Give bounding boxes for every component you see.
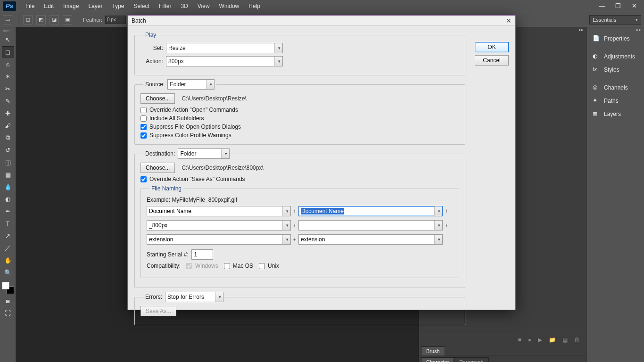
action-label: Action: <box>140 58 163 65</box>
color-swatch[interactable] <box>2 282 14 294</box>
panel-footer-icons: ■ ● ▶ 📁 ▤ 🗑 <box>419 334 586 345</box>
menu-view[interactable]: View <box>193 3 215 9</box>
window-restore-icon[interactable]: ❐ <box>612 2 624 10</box>
source-choose-button[interactable]: Choose... <box>140 93 175 104</box>
stop-icon[interactable]: ■ <box>518 337 521 343</box>
tool-blur[interactable]: 💧 <box>2 181 14 192</box>
naming-field-5[interactable]: extension▾ <box>147 234 291 245</box>
tool-history-brush[interactable]: ↺ <box>2 144 14 156</box>
record-icon[interactable]: ● <box>528 337 531 343</box>
panel-properties[interactable]: 📄 Properties <box>587 32 644 45</box>
tool-pen[interactable]: ✒ <box>2 206 14 217</box>
suppress-color-label: Suppress Color Profile Warnings <box>149 132 231 139</box>
adjustments-icon: ◐ <box>593 53 600 60</box>
tool-type[interactable]: T <box>2 218 14 229</box>
naming-field-1[interactable]: Document Name▾ <box>147 206 291 216</box>
tool-zoom[interactable]: 🔍 <box>2 267 14 278</box>
errors-label: Errors: <box>145 294 162 300</box>
destination-choose-button[interactable]: Choose... <box>140 163 175 173</box>
menu-file[interactable]: File <box>21 3 39 9</box>
feather-input[interactable]: 0 px <box>105 16 126 24</box>
menu-select[interactable]: Select <box>129 3 154 9</box>
tool-marquee[interactable]: ◻ <box>2 46 14 58</box>
override-save-checkbox[interactable]: Override Action "Save As" Commands <box>140 176 459 182</box>
intersect-selection-icon[interactable]: ▣ <box>63 15 72 25</box>
naming-field-6[interactable]: extension▾ <box>298 234 443 245</box>
set-label: Set: <box>140 45 163 51</box>
tool-hand[interactable]: ✋ <box>2 255 14 266</box>
menu-3d[interactable]: 3D <box>176 3 192 9</box>
dialog-close-icon[interactable]: ✕ <box>506 17 512 25</box>
tool-spot-heal[interactable]: ✚ <box>2 107 14 119</box>
tool-brush[interactable]: 🖌 <box>2 120 14 131</box>
new-icon[interactable]: ▤ <box>562 337 568 343</box>
ok-button[interactable]: OK <box>475 42 509 52</box>
panel-paths[interactable]: ✦ Paths <box>587 94 644 107</box>
subtract-selection-icon[interactable]: ◪ <box>50 15 59 25</box>
folder-icon[interactable]: 📁 <box>549 337 556 343</box>
destination-group: Destination: Folder▾ Choose... C:\Users\… <box>134 148 465 288</box>
action-dropdown[interactable]: 800px▾ <box>166 56 283 66</box>
tool-dodge[interactable]: ◐ <box>2 193 14 205</box>
tab-character[interactable]: Character <box>421 357 454 362</box>
window-close-icon[interactable]: ✕ <box>628 2 640 10</box>
menu-layer[interactable]: Layer <box>83 3 107 9</box>
destination-dropdown[interactable]: Folder▾ <box>178 148 230 159</box>
tool-screenmode[interactable]: ⛶ <box>2 307 14 319</box>
menu-filter[interactable]: Filter <box>154 3 176 9</box>
override-open-checkbox[interactable]: Override Action "Open" Commands <box>140 107 459 113</box>
add-selection-icon[interactable]: ◩ <box>36 15 46 25</box>
new-selection-icon[interactable]: ◻ <box>23 15 33 25</box>
panel-collapse-icon[interactable]: ▸▸ <box>587 27 644 32</box>
tool-move[interactable]: ↖ <box>2 34 14 45</box>
compat-unix-checkbox[interactable]: Unix <box>259 263 279 269</box>
naming-field-4[interactable]: ▾ <box>298 220 443 230</box>
tool-eraser[interactable]: ◫ <box>2 156 14 168</box>
menu-help[interactable]: Help <box>244 3 265 9</box>
source-dropdown[interactable]: Folder▾ <box>167 79 215 90</box>
trash-icon[interactable]: 🗑 <box>574 337 580 343</box>
tool-gradient[interactable]: ▤ <box>2 169 14 180</box>
tool-preset-icon[interactable]: ▭ <box>3 15 12 25</box>
menu-window[interactable]: Window <box>215 3 244 9</box>
naming-field-2[interactable]: Document Name▾ <box>298 206 443 216</box>
menu-edit[interactable]: Edit <box>39 3 58 9</box>
starting-serial-input[interactable] <box>191 249 213 260</box>
set-dropdown[interactable]: Resize▾ <box>166 43 283 53</box>
tool-lasso[interactable]: ⎌ <box>2 58 14 70</box>
cancel-button[interactable]: Cancel <box>475 55 509 66</box>
dialog-titlebar[interactable]: Batch ✕ <box>128 16 515 26</box>
tab-paragraph[interactable]: Paragraph <box>454 357 488 362</box>
compat-mac-checkbox[interactable]: Mac OS <box>224 263 253 269</box>
panel-adjustments[interactable]: ◐ Adjustments <box>587 50 644 63</box>
window-minimize-icon[interactable]: — <box>596 2 608 10</box>
panel-styles[interactable]: fx Styles <box>587 63 644 76</box>
right-panel-stack: ▸▸ 📄 Properties ◐ Adjustments fx Styles … <box>586 27 644 362</box>
tool-clone[interactable]: ⧉ <box>2 132 14 143</box>
errors-dropdown[interactable]: Stop for Errors▾ <box>165 292 223 302</box>
include-subfolders-checkbox[interactable]: Include All Subfolders <box>140 115 459 122</box>
suppress-open-checkbox[interactable]: Suppress File Open Options Dialogs <box>140 123 459 130</box>
menu-image[interactable]: Image <box>58 3 83 9</box>
panel-channels[interactable]: ◎ Channels <box>587 81 644 94</box>
tool-quickmask[interactable]: ◙ <box>2 295 14 306</box>
file-naming-legend: File Naming <box>149 185 183 192</box>
toolbox-grip[interactable] <box>0 28 16 33</box>
tab-brush[interactable]: Brush <box>421 346 445 355</box>
paths-icon: ✦ <box>593 97 600 105</box>
plus-icon: + <box>291 236 298 243</box>
tool-line[interactable]: ／ <box>2 242 14 254</box>
panel-layers[interactable]: ≣ Layers <box>587 107 644 121</box>
tool-quick-select[interactable]: ✶ <box>2 71 14 82</box>
compat-mac-label: Mac OS <box>233 263 253 269</box>
naming-field-3[interactable]: _800px▾ <box>147 220 291 230</box>
tool-path-select[interactable]: ↗ <box>2 230 14 241</box>
tool-crop[interactable]: ✂ <box>2 83 14 94</box>
tool-eyedropper[interactable]: ✎ <box>2 95 14 107</box>
suppress-color-checkbox[interactable]: Suppress Color Profile Warnings <box>140 132 459 139</box>
play-icon[interactable]: ▶ <box>538 337 542 343</box>
play-group: Play Set: Resize▾ Action: 800px▾ <box>134 32 465 75</box>
menu-type[interactable]: Type <box>107 3 129 9</box>
workspace-dropdown[interactable]: Essentials <box>589 15 641 25</box>
play-legend: Play <box>143 32 158 38</box>
